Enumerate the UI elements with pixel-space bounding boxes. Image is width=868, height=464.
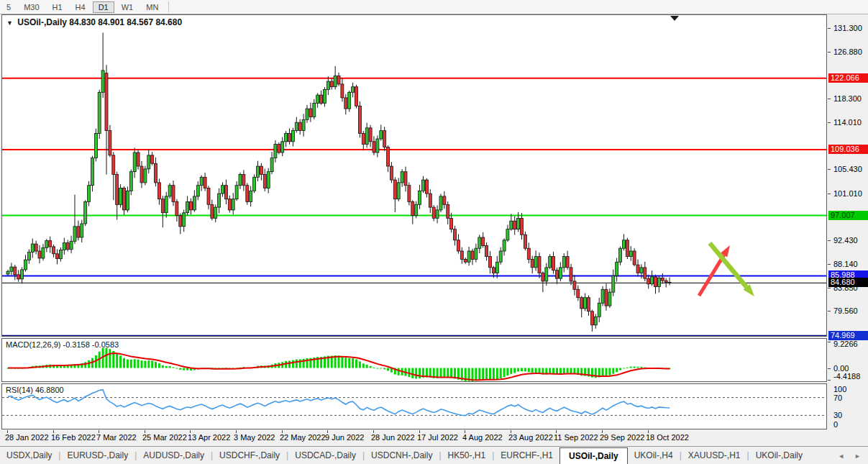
candle bbox=[337, 73, 340, 86]
candle bbox=[570, 264, 572, 286]
candle bbox=[590, 310, 593, 332]
candle bbox=[506, 225, 509, 242]
candle bbox=[383, 127, 386, 151]
candle bbox=[45, 239, 48, 252]
tab-scroll-right-icon[interactable]: ► bbox=[854, 452, 861, 460]
candle bbox=[626, 238, 629, 260]
candle bbox=[186, 196, 189, 216]
red-up-arrow[interactable] bbox=[699, 245, 730, 296]
price-tick-label: 101.010 bbox=[833, 189, 862, 198]
candle bbox=[485, 242, 488, 260]
date-label: 7 Mar 2022 bbox=[96, 433, 137, 442]
chart-shift-marker-icon[interactable] bbox=[670, 16, 679, 21]
candle bbox=[605, 283, 608, 311]
candle bbox=[295, 117, 298, 133]
macd-indicator-panel: MACD(12,26,9) -0.3158 -0.0583 bbox=[1, 338, 827, 382]
price-tick-label: 92.430 bbox=[833, 236, 858, 245]
chart-title: ▼ USOil-,Daily 84.830 84.901 84.567 84.6… bbox=[6, 17, 182, 27]
candle bbox=[619, 247, 622, 265]
tab-EURCHF-H1[interactable]: EURCHF-,H1 bbox=[494, 447, 559, 464]
candle bbox=[623, 234, 626, 250]
candle bbox=[59, 247, 62, 262]
candle bbox=[123, 186, 126, 215]
candle bbox=[228, 196, 231, 213]
symbol-dropdown-icon[interactable]: ▼ bbox=[6, 19, 13, 27]
candle bbox=[133, 147, 136, 178]
candle bbox=[172, 181, 175, 206]
candle bbox=[151, 152, 154, 165]
tab-UKOil-Daily[interactable]: UKOil-,Daily bbox=[749, 447, 809, 464]
candle bbox=[562, 253, 565, 272]
candle bbox=[393, 177, 396, 212]
candle bbox=[460, 247, 463, 264]
candle bbox=[556, 268, 559, 284]
timeframe-button-W1[interactable]: W1 bbox=[116, 1, 140, 13]
tab-EURUSD-Daily[interactable]: EURUSD-,Daily bbox=[60, 447, 134, 464]
tab-USDCAD-Daily[interactable]: USDCAD-,Daily bbox=[288, 447, 362, 464]
candle bbox=[475, 244, 478, 263]
date-axis[interactable]: 28 Jan 202216 Feb 20227 Mar 202225 Mar 2… bbox=[1, 430, 827, 445]
candle bbox=[42, 244, 45, 260]
candle bbox=[633, 248, 636, 266]
candle bbox=[341, 78, 344, 102]
candle bbox=[559, 263, 562, 282]
candle bbox=[661, 273, 664, 284]
rsi-indicator-panel: RSI(14) 46.8800 bbox=[1, 383, 827, 429]
timeframe-button-MN[interactable]: MN bbox=[140, 1, 164, 13]
timeframe-button-H1[interactable]: H1 bbox=[47, 1, 68, 13]
candle bbox=[467, 247, 470, 266]
price-tick bbox=[828, 264, 831, 265]
candle bbox=[584, 294, 587, 311]
timeframe-button-M30[interactable]: M30 bbox=[18, 1, 45, 13]
candle bbox=[566, 251, 569, 270]
tab-scroll-left-icon[interactable]: ◄ bbox=[838, 452, 844, 460]
candle bbox=[200, 176, 203, 191]
tab-USDX-Daily[interactable]: USDX,Daily bbox=[0, 447, 58, 464]
candle bbox=[432, 205, 435, 222]
tab-HK50-H1[interactable]: HK50-,H1 bbox=[442, 447, 493, 464]
candle bbox=[109, 125, 111, 158]
tab-UKOil-H4[interactable]: UKOil-,H4 bbox=[628, 447, 680, 464]
candle bbox=[588, 295, 590, 316]
candle bbox=[647, 275, 650, 288]
candle bbox=[499, 247, 502, 265]
timeframe-button-H4[interactable]: H4 bbox=[70, 1, 91, 13]
tab-XAUUSD-H1[interactable]: XAUUSD-,H1 bbox=[682, 447, 747, 464]
candle bbox=[524, 232, 526, 250]
candle bbox=[221, 182, 224, 196]
price-tick bbox=[828, 288, 831, 288]
candle bbox=[27, 250, 30, 264]
candle bbox=[260, 163, 262, 181]
price-tick bbox=[828, 194, 831, 194]
price-tick-label: 114.010 bbox=[833, 118, 862, 127]
candle bbox=[196, 181, 199, 200]
candle bbox=[408, 183, 411, 206]
macd-tick bbox=[828, 368, 831, 369]
timeframe-button-D1[interactable]: D1 bbox=[93, 1, 114, 13]
macd-tick-label: 9.2266 bbox=[833, 340, 858, 348]
candle bbox=[119, 184, 122, 208]
candle bbox=[179, 214, 182, 235]
price-badge-97.007: 97.007 bbox=[828, 211, 868, 220]
candle bbox=[598, 298, 600, 322]
timeframe-button-5[interactable]: 5 bbox=[1, 1, 17, 13]
candle bbox=[534, 250, 537, 270]
tab-USOil-Daily[interactable]: USOil-,Daily bbox=[559, 447, 628, 464]
price-tick bbox=[828, 169, 831, 170]
candle bbox=[355, 85, 358, 109]
date-label: 13 Apr 2022 bbox=[188, 433, 230, 442]
candle bbox=[365, 123, 368, 148]
candle bbox=[436, 205, 439, 223]
tab-USDCHF-Daily[interactable]: USDCHF-,Daily bbox=[213, 447, 286, 464]
candle bbox=[24, 255, 27, 272]
candle bbox=[657, 276, 660, 293]
macd-tick bbox=[828, 380, 831, 381]
tab-USDCNH-Daily[interactable]: USDCNH-,Daily bbox=[365, 447, 439, 464]
candle bbox=[401, 169, 403, 187]
tab-AUDUSD-Daily[interactable]: AUDUSD-,Daily bbox=[137, 447, 211, 464]
date-label: 4 Aug 2022 bbox=[462, 433, 503, 442]
candle bbox=[211, 200, 214, 221]
price-axis[interactable]: 131.300126.880118.300114.010105.430101.0… bbox=[828, 14, 868, 430]
price-badge-109.036: 109.036 bbox=[828, 145, 868, 154]
candle bbox=[577, 286, 580, 301]
